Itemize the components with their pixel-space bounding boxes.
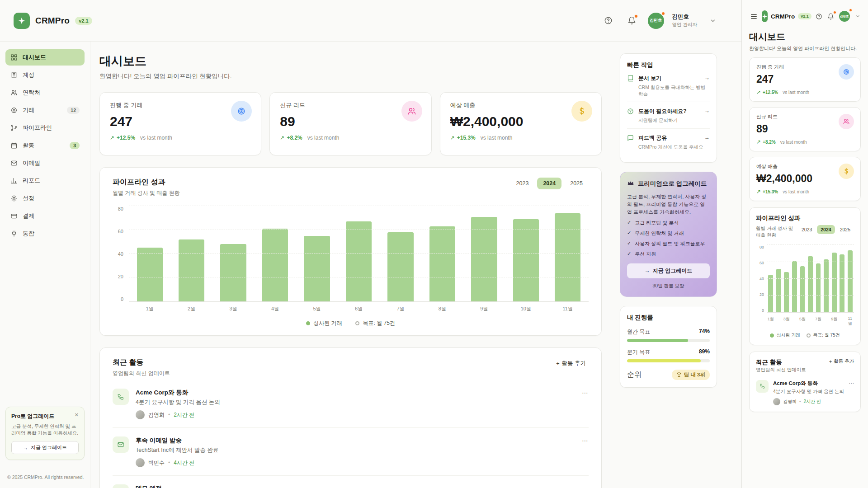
dashboard-icon bbox=[10, 54, 18, 61]
plus-icon: + bbox=[556, 361, 559, 367]
chart-x-labels: 1월2월3월4월5월6월7월8월9월10월11월 bbox=[129, 305, 589, 312]
chart-title: 파이프라인 성과 bbox=[113, 178, 180, 187]
y-tick-label: 0 bbox=[762, 308, 764, 313]
sidebar-item-contacts[interactable]: 연락처 bbox=[5, 84, 85, 101]
sidebar-item-billing[interactable]: 결제 bbox=[5, 208, 85, 224]
premium-body: 고급 분석, 무제한 연락처, 사용자 정의 필드, 프리미엄 통합 기능으로 … bbox=[627, 193, 710, 216]
premium-upgrade-button[interactable]: → 지금 업그레이드 bbox=[627, 263, 710, 278]
upgrade-now-button[interactable]: → 지금 업그레이드 bbox=[11, 441, 79, 454]
bar bbox=[304, 236, 330, 301]
building-icon bbox=[10, 71, 18, 79]
gridline bbox=[767, 244, 854, 245]
legend-deals: 성사된 거래 bbox=[770, 332, 800, 338]
check-icon: ✓ bbox=[627, 230, 631, 236]
bar bbox=[848, 250, 853, 313]
user-avatar-wrap[interactable]: 김민호 bbox=[648, 13, 664, 29]
y-tick-label: 40 bbox=[760, 277, 764, 281]
x-tick-label: 3월 bbox=[212, 305, 254, 312]
bar-column-6월 bbox=[338, 206, 379, 301]
year-tab-2024[interactable]: 2024 bbox=[817, 225, 835, 234]
activities-title: 최근 활동 bbox=[756, 358, 806, 366]
recent-activities-card: 최근 활동 영업팀의 최신 업데이트 + 활동 추가 Acme Corp와 통화… bbox=[749, 352, 861, 412]
chart-x-labels: 1월3월5월7월9월11월 bbox=[767, 316, 854, 327]
add-activity-button[interactable]: + 활동 추가 bbox=[829, 358, 854, 365]
top-bar-right: 김민호 김민호 영업 관리자 bbox=[601, 13, 721, 29]
sidebar-item-label: 파이프라인 bbox=[23, 124, 52, 132]
help-button[interactable] bbox=[815, 12, 823, 21]
year-tab-2023[interactable]: 2023 bbox=[510, 178, 535, 189]
gridline bbox=[767, 278, 854, 279]
quarterly-progress-fill bbox=[627, 359, 701, 362]
sidebar-item-activities[interactable]: 활동 3 bbox=[5, 137, 85, 154]
sidebar-item-dashboard[interactable]: 대시보드 bbox=[5, 49, 85, 66]
page-title: 대시보드 bbox=[749, 31, 861, 43]
more-icon[interactable]: ⋯ bbox=[582, 437, 589, 444]
more-icon[interactable]: ⋯ bbox=[849, 380, 854, 386]
x-tick-label: 2월 bbox=[170, 305, 212, 312]
check-icon: ✓ bbox=[627, 220, 631, 225]
chevron-down-icon[interactable] bbox=[854, 13, 861, 20]
close-icon[interactable]: ✕ bbox=[75, 413, 79, 418]
sidebar-item-accounts[interactable]: 계정 bbox=[5, 67, 85, 83]
bar bbox=[555, 213, 580, 301]
bar-column-9월 bbox=[830, 245, 838, 312]
bar-column-2월 bbox=[775, 245, 783, 312]
year-tabs: 2023 2024 2025 bbox=[798, 225, 854, 239]
page-title: 대시보드 bbox=[99, 53, 602, 69]
check-icon: ✓ bbox=[627, 240, 631, 246]
gear-icon bbox=[10, 195, 18, 202]
notifications-button[interactable] bbox=[624, 13, 640, 28]
quick-action-help[interactable]: 도움이 필요하세요? 지원팀에 문의하기 → bbox=[627, 102, 710, 128]
brand[interactable]: CRMPro v2.1 bbox=[14, 13, 92, 29]
year-tab-2025[interactable]: 2025 bbox=[564, 178, 589, 189]
stat-value: 247 bbox=[110, 114, 251, 129]
quick-action-desc: CRMPro 개선에 도움을 주세요 bbox=[638, 144, 703, 150]
add-activity-button[interactable]: + 활동 추가 bbox=[553, 358, 589, 369]
year-tab-2024[interactable]: 2024 bbox=[537, 178, 561, 189]
y-tick-label: 20 bbox=[118, 274, 123, 279]
y-tick-label: 60 bbox=[760, 261, 764, 265]
quick-action-docs[interactable]: 문서 보기 CRM 활용도를 극대화하는 방법 학습 → bbox=[627, 69, 710, 102]
green-dot-icon bbox=[770, 333, 774, 338]
hamburger-menu-icon[interactable] bbox=[749, 12, 759, 21]
quick-action-title: 도움이 필요하세요? bbox=[638, 108, 687, 115]
x-tick-label: 7월 bbox=[380, 305, 421, 312]
notifications-button[interactable] bbox=[826, 12, 835, 21]
pipeline-chart-card: 파이프라인 성과 월별 거래 성사 및 매출 현황 2023 2024 2025… bbox=[99, 167, 602, 336]
chat-icon bbox=[627, 135, 634, 150]
user-avatar-wrap[interactable]: 김민호 bbox=[838, 10, 851, 23]
trend-up-icon: ↗ bbox=[756, 188, 761, 195]
sidebar: 대시보드 계정 연락처 거래 12 파이프라인 bbox=[0, 42, 90, 488]
bar bbox=[513, 219, 539, 301]
x-tick-label: 6월 bbox=[338, 305, 379, 312]
activity-title: 후속 이메일 발송 bbox=[136, 436, 218, 445]
sidebar-item-pipeline[interactable]: 파이프라인 bbox=[5, 120, 85, 136]
stat-delta: +12.5% bbox=[763, 90, 778, 95]
activity-title: 데모 예정 bbox=[136, 484, 215, 488]
chart-title: 파이프라인 성과 bbox=[756, 214, 854, 222]
help-button[interactable] bbox=[601, 13, 616, 28]
sidebar-item-email[interactable]: 이메일 bbox=[5, 155, 85, 171]
recent-activities-card: 최근 활동 영업팀의 최신 업데이트 + 활동 추가 Acme Corp와 bbox=[99, 347, 602, 488]
sidebar-item-integrations[interactable]: 통합 bbox=[5, 225, 85, 242]
chevron-down-icon[interactable] bbox=[705, 13, 721, 28]
ring-icon bbox=[807, 333, 811, 338]
sidebar-upgrade-card: Pro로 업그레이드 ✕ 고급 분석, 무제한 연락처 및 프리미엄 통합 기능… bbox=[5, 407, 85, 460]
calendar-icon bbox=[10, 142, 18, 149]
premium-feature: ✓ 무제한 연락처 및 거래 bbox=[627, 230, 710, 237]
sidebar-item-reports[interactable]: 리포트 bbox=[5, 173, 85, 189]
sidebar-item-label: 연락처 bbox=[23, 89, 40, 97]
year-tab-2025[interactable]: 2025 bbox=[836, 225, 854, 234]
trophy-icon bbox=[676, 372, 682, 377]
more-icon[interactable]: ⋯ bbox=[582, 485, 589, 488]
gridline bbox=[129, 230, 589, 230]
sidebar-item-deals[interactable]: 거래 12 bbox=[5, 102, 85, 118]
gridline bbox=[767, 295, 854, 296]
more-icon[interactable]: ⋯ bbox=[582, 389, 589, 396]
stat-label: 예상 매출 bbox=[450, 101, 591, 109]
quick-action-feedback[interactable]: 피드백 공유 CRMPro 개선에 도움을 주세요 → bbox=[627, 128, 710, 155]
sidebar-item-settings[interactable]: 설정 bbox=[5, 190, 85, 206]
year-tab-2023[interactable]: 2023 bbox=[798, 225, 816, 234]
mobile-top-bar: CRMPro v2.1 김민호 bbox=[749, 5, 861, 27]
activity-row-demo: 데모 예정 Global Solutions 팀과 제품 데모 이지은 • 내일… bbox=[113, 475, 589, 488]
